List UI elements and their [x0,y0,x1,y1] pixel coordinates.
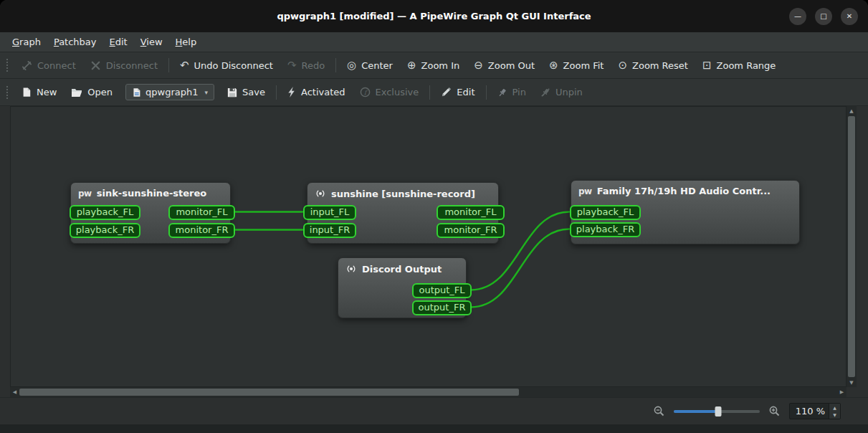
toolbar-separator [429,85,430,100]
toolbar-drag-handle[interactable] [6,86,8,99]
disconnect-button[interactable]: Disconnect [83,56,165,75]
undo-icon: ↶ [180,60,189,71]
port-output-fl[interactable]: output_FL [412,283,472,298]
connect-icon [22,60,32,71]
zoom-range-button[interactable]: ⊡ Zoom Range [695,56,783,75]
new-button[interactable]: New [14,82,64,102]
unpin-button[interactable]: Unpin [533,82,590,102]
menubar: Graph Patchbay Edit View Help [0,32,868,52]
scroll-up-arrow-icon[interactable]: ▲ [846,106,857,115]
zoom-slider-handle[interactable] [715,406,722,417]
toolbar-separator [486,85,487,100]
save-button[interactable]: Save [220,82,272,102]
node-sunshine[interactable]: sunshine [sunshine-record] input_FL inpu… [307,182,499,244]
center-icon: ◎ [347,60,356,71]
port-monitor-fr[interactable]: monitor_FR [437,223,505,238]
open-folder-icon [71,87,82,97]
graph-canvas[interactable]: pw sink-sunshine-stereo playback_FL play… [10,106,846,387]
audio-app-icon [315,188,326,199]
scroll-left-arrow-icon[interactable]: ◀ [10,387,19,396]
port-input-fr[interactable]: input_FR [303,223,356,238]
pipewire-icon: pw [578,186,592,196]
vertical-scrollbar[interactable]: ▲ ▼ [846,106,857,387]
port-output-fr[interactable]: output_FR [412,300,472,315]
menu-help[interactable]: Help [169,34,204,50]
port-playback-fr[interactable]: playback_FR [70,223,140,238]
node-title: sunshine [sunshine-record] [307,183,498,204]
toolbar-separator [276,85,277,100]
exclusive-toggle[interactable]: f Exclusive [353,82,426,102]
port-monitor-fl[interactable]: monitor_FL [437,205,505,220]
save-icon [227,87,237,97]
titlebar[interactable]: qpwgraph1 [modified] — A PipeWire Graph … [0,0,868,32]
zoom-in-icon: ⊕ [407,60,416,71]
port-input-fl[interactable]: input_FL [303,205,356,220]
scroll-right-arrow-icon[interactable]: ▶ [837,387,846,396]
zoom-reset-icon: ⊙ [618,60,627,71]
zoom-out-icon: ⊖ [474,60,483,71]
zoom-in-button[interactable]: ⊕ Zoom In [400,56,467,75]
close-button[interactable]: ✕ [841,8,858,25]
window-controls: — □ ✕ [789,0,858,32]
connections-layer [11,107,846,386]
redo-button[interactable]: ↷ Redo [280,56,332,75]
zoom-in-magnifier-icon[interactable] [768,405,781,417]
node-family-hd-audio[interactable]: pw Family 17h/19h HD Audio Contr... play… [571,180,800,244]
port-playback-fr[interactable]: playback_FR [570,222,641,237]
toolbar-drag-handle[interactable] [6,59,8,72]
pencil-icon [441,87,452,97]
zoom-percent-value[interactable]: 110 % [790,404,829,419]
horizontal-scrollbar[interactable]: ◀ ▶ [10,387,846,397]
exclusive-icon: f [360,87,371,97]
horizontal-scrollbar-track[interactable] [19,387,837,397]
zoom-slider-fill [674,410,718,413]
pin-button[interactable]: Pin [490,82,533,102]
pin-icon [497,87,507,97]
open-button[interactable]: Open [64,82,120,102]
maximize-icon: □ [820,12,826,20]
lightning-icon [287,87,296,97]
patchbay-selector[interactable]: qpwgraph1 ▾ [125,84,214,100]
patchbay-toolbar: New Open qpwgraph1 ▾ Save Activat [0,79,868,106]
zoom-out-button[interactable]: ⊖ Zoom Out [467,56,542,75]
spin-arrows: ▲ ▼ [829,404,840,419]
connect-button[interactable]: Connect [14,56,83,75]
menu-patchbay[interactable]: Patchbay [47,34,103,50]
zoom-slider[interactable] [674,406,760,417]
pipewire-icon: pw [78,189,92,199]
minimize-icon: — [794,12,801,20]
zoom-reset-button[interactable]: ⊙ Zoom Reset [611,56,695,75]
toolbar-separator [168,58,169,72]
edit-button[interactable]: Edit [434,82,482,102]
minimize-button[interactable]: — [789,8,806,25]
port-playback-fl[interactable]: playback_FL [570,205,641,220]
window-bottom-edge [0,424,868,433]
disconnect-icon [90,60,101,71]
node-title: Discord Output [338,258,466,280]
zoom-fit-button[interactable]: ⊛ Zoom Fit [542,56,611,75]
zoom-out-magnifier-icon[interactable] [653,405,665,417]
menu-graph[interactable]: Graph [6,34,47,50]
maximize-button[interactable]: □ [815,8,832,25]
menu-edit[interactable]: Edit [103,34,134,50]
node-discord-output[interactable]: Discord Output output_FL output_FR [338,257,467,318]
horizontal-scrollbar-thumb[interactable] [19,389,519,396]
zoom-percent-spinbox[interactable]: 110 % ▲ ▼ [789,403,841,419]
vertical-scrollbar-thumb[interactable] [848,116,855,377]
patchbay-selector-value: qpwgraph1 [146,87,198,97]
spin-up-button[interactable]: ▲ [829,404,840,411]
close-icon: ✕ [846,12,852,20]
menu-view[interactable]: View [134,34,169,50]
spin-down-button[interactable]: ▼ [829,411,840,419]
port-monitor-fr[interactable]: monitor_FR [168,223,235,238]
undo-disconnect-button[interactable]: ↶ Undo Disconnect [173,56,280,75]
port-monitor-fl[interactable]: monitor_FL [168,205,235,220]
scroll-down-arrow-icon[interactable]: ▼ [846,378,857,387]
redo-icon: ↷ [287,60,297,71]
node-sink-sunshine-stereo[interactable]: pw sink-sunshine-stereo playback_FL play… [70,182,231,244]
port-playback-fl[interactable]: playback_FL [70,205,140,220]
graph-toolbar: Connect Disconnect ↶ Undo Disconnect ↷ R… [0,52,868,79]
activated-toggle[interactable]: Activated [280,82,353,102]
main-area: pw sink-sunshine-stereo playback_FL play… [0,106,868,387]
center-button[interactable]: ◎ Center [340,56,400,75]
